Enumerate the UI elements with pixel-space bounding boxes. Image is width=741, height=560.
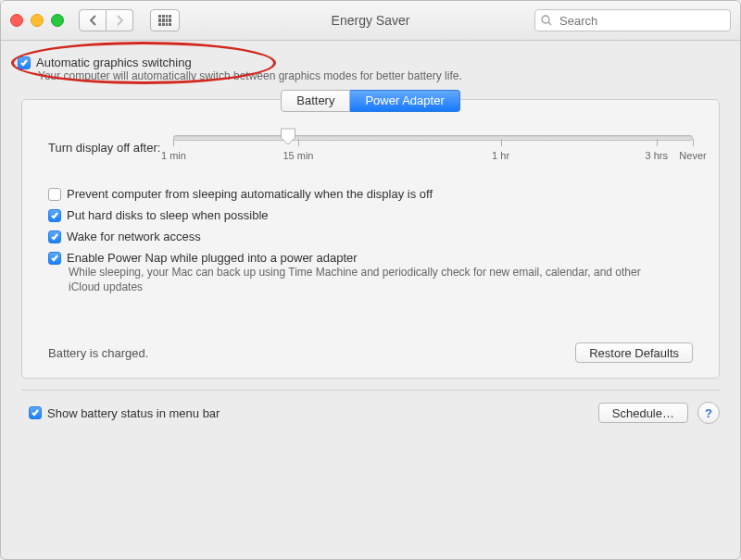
option-power_nap-label: Enable Power Nap while plugged into a po… [67,251,358,265]
restore-defaults-button[interactable]: Restore Defaults [575,342,693,363]
option-wake_network-label: Wake for network access [67,230,201,243]
slider-tick-label: Never [679,150,706,161]
display-off-label: Turn display off after: [48,141,160,155]
check-icon [19,58,29,68]
check-icon [31,408,40,417]
option-prevent_sleep: Prevent computer from sleeping automatic… [48,187,693,201]
forward-button[interactable] [107,9,133,31]
slider-tick-label: 15 min [283,150,313,161]
svg-line-1 [548,22,551,25]
slider-tick-label: 3 hrs [646,150,668,161]
show-battery-menubar-label: Show battery status in menu bar [47,406,220,420]
slider-tick [657,139,658,146]
settings-panel: Battery Power Adapter Turn display off a… [21,99,720,379]
nav-back-forward [79,9,133,31]
window-controls [10,14,64,27]
schedule-button[interactable]: Schedule… [598,403,688,423]
option-prevent_sleep-checkbox[interactable] [48,188,61,201]
close-window-button[interactable] [10,14,23,27]
tab-power-adapter[interactable]: Power Adapter [350,90,459,112]
slider-tick-label: 1 min [161,150,186,161]
option-hdd_sleep-checkbox[interactable] [48,209,61,222]
auto-graphics-label: Automatic graphics switching [36,56,192,69]
slider-tick-label: 1 hr [492,150,509,161]
svg-point-0 [542,16,549,23]
titlebar: Energy Saver [1,1,740,41]
show-battery-menubar-checkbox[interactable] [29,406,42,419]
power-source-tabs: Battery Power Adapter [22,90,719,112]
battery-status: Battery is charged. [48,346,148,360]
option-hdd_sleep: Put hard disks to sleep when possible [48,208,693,222]
automatic-graphics-switching-row: Automatic graphics switching Your comput… [18,56,733,82]
option-prevent_sleep-label: Prevent computer from sleeping automatic… [67,187,433,201]
grid-icon [158,15,171,26]
option-wake_network: Wake for network access [48,230,693,243]
option-power_nap-hint: While sleeping, your Mac can back up usi… [69,265,643,294]
option-power_nap-checkbox[interactable] [48,252,61,265]
slider-tick [298,139,299,146]
chevron-right-icon [116,15,124,26]
back-button[interactable] [79,9,107,31]
check-icon [50,211,59,220]
check-icon [50,232,59,242]
slider-tick [173,139,174,146]
zoom-window-button[interactable] [51,14,64,27]
options-list: Prevent computer from sleeping automatic… [48,187,693,294]
slider-track [173,135,693,141]
help-icon: ? [705,406,712,420]
search-icon [541,15,552,26]
option-hdd_sleep-label: Put hard disks to sleep when possible [67,208,269,222]
slider-tick [501,139,502,146]
search-field[interactable] [534,9,731,31]
search-input[interactable] [558,13,724,29]
slider-thumb[interactable] [280,128,295,145]
option-power_nap: Enable Power Nap while plugged into a po… [48,251,693,294]
check-icon [50,254,59,263]
help-button[interactable]: ? [697,402,720,424]
auto-graphics-hint: Your computer will automatically switch … [38,69,733,82]
slider-tick [693,139,694,146]
show-all-prefs-button[interactable] [150,9,180,31]
chevron-left-icon [89,15,97,26]
option-wake_network-checkbox[interactable] [48,230,61,243]
display-off-slider[interactable]: 1 min15 min1 hr3 hrsNever [173,126,693,168]
minimize-window-button[interactable] [31,14,44,27]
tab-battery[interactable]: Battery [281,90,350,112]
auto-graphics-checkbox[interactable] [18,56,31,69]
